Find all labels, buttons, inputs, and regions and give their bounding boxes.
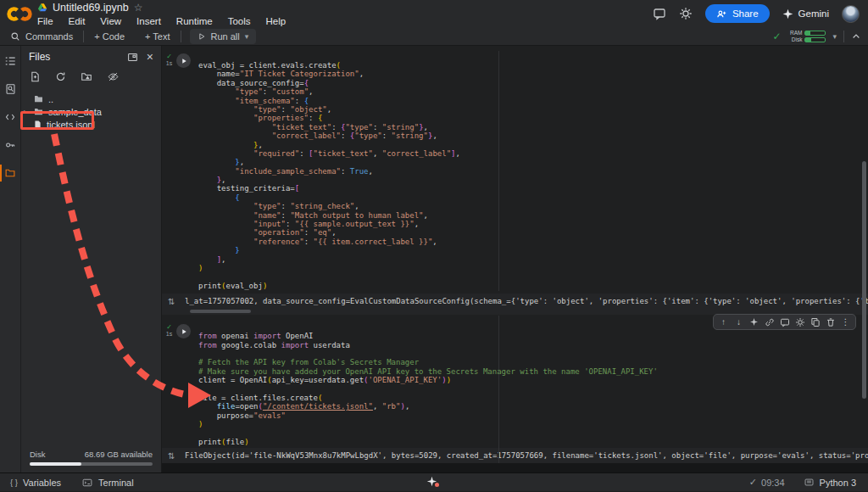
toolbar-right: ✓ RAM Disk ▾ — [772, 30, 868, 42]
link-cell-icon[interactable] — [762, 316, 776, 328]
refresh-icon[interactable] — [55, 71, 66, 82]
status-bar: { } Variables Terminal ✓ 09:34 Python 3 — [0, 472, 868, 491]
find-replace-icon[interactable] — [0, 81, 21, 97]
code-snippets-icon[interactable] — [0, 109, 21, 125]
close-panel-icon[interactable]: × — [147, 52, 153, 63]
terminal-button[interactable]: Terminal — [71, 478, 144, 488]
menu-edit[interactable]: Edit — [69, 16, 86, 26]
run-all-caret-icon[interactable]: ▾ — [245, 32, 249, 41]
kernel-selector[interactable]: Python 3 — [804, 478, 856, 488]
expand-caret-icon[interactable]: ▸ — [24, 108, 31, 115]
play-icon — [198, 32, 206, 41]
header: Untitled69.ipynb ☆ File Edit View Insert… — [0, 0, 868, 27]
cell-settings-gear-icon[interactable] — [793, 316, 807, 328]
gemini-explain-icon[interactable] — [747, 316, 761, 328]
resource-monitor[interactable]: RAM Disk — [787, 30, 826, 42]
colab-app: Untitled69.ipynb ☆ File Edit View Insert… — [0, 0, 868, 492]
cell-exec-status: ✓ 1s — [164, 51, 175, 67]
disk-usage-label: Disk — [30, 450, 45, 459]
notebook-title[interactable]: Untitled69.ipynb — [53, 2, 129, 14]
hidden-files-eye-off-icon[interactable] — [107, 71, 120, 82]
menu-tools[interactable]: Tools — [228, 16, 251, 26]
variables-button[interactable]: { } Variables — [0, 478, 71, 488]
more-cell-actions-icon[interactable]: ⋮ — [838, 316, 853, 328]
code-cell-2: ↑ ↓ — [162, 321, 868, 446]
notebook-vscrollbar[interactable] — [862, 161, 866, 399]
output-hscrollbar[interactable] — [190, 310, 251, 313]
comments-icon[interactable] — [653, 7, 666, 20]
add-text-button[interactable]: + Text — [135, 31, 180, 42]
variables-icon: { } — [10, 478, 18, 487]
gemini-button[interactable]: Gemini — [782, 8, 829, 20]
share-people-icon — [716, 8, 727, 20]
files-panel-title: Files — [29, 51, 50, 63]
files-folder-icon[interactable] — [0, 165, 21, 181]
kernel-label: Python 3 — [820, 478, 856, 488]
disk-usage-bar[interactable] — [30, 462, 153, 466]
commands-label: Commands — [25, 31, 73, 42]
toolbar-divider — [843, 31, 844, 42]
settings-gear-icon[interactable] — [679, 7, 693, 20]
toolbar-divider — [181, 31, 181, 42]
table-of-contents-icon[interactable] — [0, 53, 21, 69]
folder-icon — [33, 107, 44, 116]
share-label: Share — [732, 8, 759, 19]
share-button[interactable]: Share — [705, 4, 770, 23]
notebook-toolbar: Commands + Code + Text Run all ▾ ✓ RAM D… — [0, 27, 868, 46]
tree-item-sample-data[interactable]: ▸ sample_data — [21, 105, 161, 118]
disk-meter — [804, 37, 826, 42]
comment-cell-icon[interactable] — [777, 316, 792, 328]
commands-button[interactable]: Commands — [0, 31, 83, 42]
add-text-label: + Text — [145, 31, 170, 42]
move-cell-down-icon[interactable]: ↓ — [732, 316, 746, 328]
move-cell-up-icon[interactable]: ↑ — [716, 316, 731, 328]
search-icon — [10, 31, 20, 42]
menu-help[interactable]: Help — [266, 16, 287, 26]
code-cell-1: ✓ 1s eval_obj = client.evals.create( nam… — [162, 51, 868, 290]
run-all-button[interactable]: Run all ▾ — [190, 29, 257, 44]
tree-item-label: .. — [48, 94, 53, 104]
cell-toolbar: ↑ ↓ — [713, 314, 856, 330]
upload-file-icon[interactable] — [30, 71, 41, 82]
add-code-label: + Code — [94, 31, 125, 42]
ram-label: RAM — [787, 30, 802, 36]
disk-usage: Disk 68.69 GB available — [21, 450, 161, 472]
output-toggle-icon[interactable]: ⇅ — [168, 297, 185, 306]
output-toggle-icon[interactable]: ⇅ — [168, 451, 185, 461]
resources-caret-icon[interactable]: ▾ — [832, 32, 837, 41]
star-icon[interactable]: ☆ — [134, 3, 143, 13]
kernel-icon — [804, 478, 815, 487]
menu-runtime[interactable]: Runtime — [176, 16, 213, 26]
folder-up-icon — [33, 94, 44, 103]
exec-time: 1s — [166, 60, 172, 67]
code-editor-1[interactable]: eval_obj = client.evals.create( name="IT… — [198, 51, 868, 290]
user-avatar[interactable] — [842, 5, 860, 23]
secrets-key-icon[interactable] — [0, 137, 21, 153]
mount-drive-icon[interactable] — [81, 71, 92, 82]
menu-view[interactable]: View — [100, 16, 121, 26]
tree-item-parent-dir[interactable]: .. — [21, 92, 161, 105]
menubar: File Edit View Insert Runtime Tools Help — [37, 15, 286, 27]
add-code-button[interactable]: + Code — [84, 31, 135, 42]
cell-output-1: ⇅ l_at=1757057002, data_source_config=Ev… — [162, 294, 868, 315]
menu-file[interactable]: File — [37, 16, 53, 26]
main-area: Files × — [0, 46, 868, 472]
cell-exec-status: ✓ 1s — [164, 321, 175, 338]
last-exec-time: 09:34 — [761, 478, 785, 488]
open-in-tab-icon[interactable] — [127, 52, 138, 63]
code-editor-2[interactable]: from openai import OpenAIfrom google.col… — [198, 321, 868, 446]
collapse-header-icon[interactable] — [851, 31, 861, 42]
notebook-bottom-strip — [162, 463, 868, 472]
delete-cell-icon[interactable] — [823, 316, 837, 328]
notification-dot — [435, 483, 439, 487]
run-cell-button[interactable] — [176, 324, 191, 338]
colab-logo[interactable] — [0, 0, 37, 27]
run-cell-button[interactable] — [176, 53, 191, 68]
tree-item-tickets-jsonl[interactable]: tickets.jsonl — [21, 118, 161, 131]
copy-cell-icon[interactable] — [808, 316, 822, 328]
notebook-area: ✓ 1s eval_obj = client.evals.create( nam… — [162, 46, 868, 472]
menu-insert[interactable]: Insert — [136, 16, 161, 26]
gemini-spark-icon[interactable] — [426, 476, 437, 487]
variables-label: Variables — [23, 478, 61, 488]
connected-check-icon: ✓ — [772, 31, 781, 42]
